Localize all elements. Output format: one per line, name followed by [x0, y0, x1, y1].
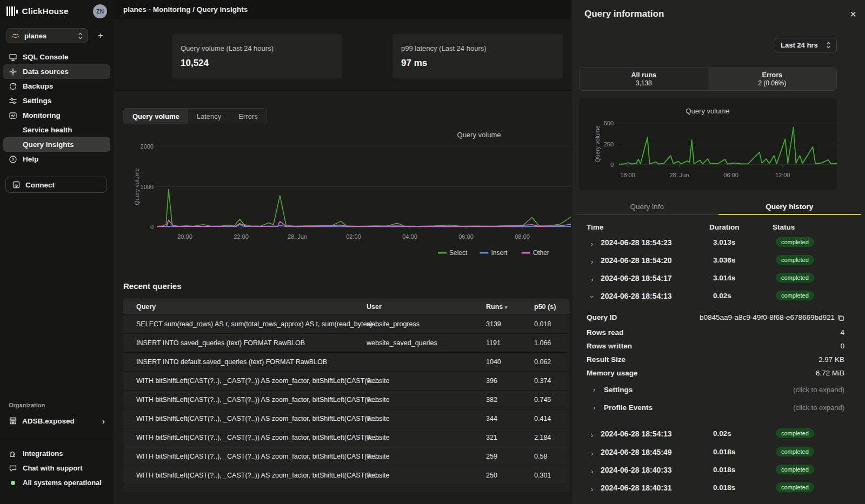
- duration-cell: 3.013s: [713, 238, 735, 246]
- close-icon[interactable]: ×: [850, 8, 856, 21]
- query-volume-chart[interactable]: Query volumeQuery volume20001000020:0022…: [114, 124, 571, 265]
- col-time: Time: [587, 223, 603, 231]
- detail-label: Rows read: [587, 328, 623, 337]
- detail-row: Result Size 2.97 KB: [571, 355, 844, 366]
- query-cell: WITH bitShiftLeft(CAST(?..), _CAST(?..))…: [136, 396, 380, 404]
- detail-value: 4: [840, 328, 844, 337]
- sidebar-item-monitoring[interactable]: Monitoring: [3, 108, 110, 123]
- expand-hint: (click to expand): [793, 404, 844, 412]
- history-row[interactable]: › 2024-06-28 18:54:23 3.013s completed: [571, 238, 865, 250]
- history-row[interactable]: › 2024-06-28 18:40:33 0.018s completed: [571, 466, 865, 478]
- sidebar-item-data-sources[interactable]: Data sources: [3, 64, 110, 79]
- detail-row: Memory usage 6.72 MiB: [571, 369, 844, 380]
- table-row-partial[interactable]: [123, 485, 569, 492]
- runs-cell: 3139: [486, 320, 501, 328]
- sidebar-item-query-insights[interactable]: Query insights: [3, 137, 110, 152]
- organization-item[interactable]: ADSB.exposed ›: [5, 413, 108, 428]
- table-row[interactable]: WITH bitShiftLeft(CAST(?..), _CAST(?..))…: [123, 447, 569, 466]
- chevron-right-icon[interactable]: ›: [591, 240, 593, 248]
- col-p50[interactable]: p50 (s): [534, 303, 556, 311]
- chevron-right-icon[interactable]: ›: [591, 449, 593, 458]
- duration-cell: 0.02s: [713, 292, 731, 300]
- detail-expander-profile-events[interactable]: › Profile Events (click to expand): [571, 404, 844, 414]
- y-tick-label: 0: [610, 162, 614, 168]
- toggle-errors[interactable]: Errors 2 (0.06%): [708, 68, 837, 90]
- history-row[interactable]: › 2024-06-28 18:45:49 0.018s completed: [571, 448, 865, 460]
- legend-item-other[interactable]: Other: [533, 249, 549, 257]
- x-tick-label: 20:00: [177, 233, 192, 240]
- table-row[interactable]: WITH bitShiftLeft(CAST(?..), _CAST(?..))…: [123, 409, 569, 428]
- mini-query-volume-chart[interactable]: Query volumeQuery volume500250018:0028. …: [579, 98, 837, 190]
- table-row[interactable]: SELECT sum(read_rows) AS r, sum(total_ro…: [123, 314, 569, 333]
- detail-value: 6.72 MiB: [816, 369, 844, 377]
- expand-hint: (click to expand): [793, 386, 844, 394]
- history-row[interactable]: › 2024-06-28 18:54:13 0.02s completed: [571, 429, 865, 441]
- sidebar-item-backups[interactable]: Backups: [3, 79, 110, 93]
- col-runs[interactable]: Runs ▾: [486, 303, 507, 311]
- sidebar-item-integrations[interactable]: Integrations: [3, 446, 110, 461]
- system-status-item[interactable]: All systems operational: [3, 475, 110, 490]
- p50-cell: 0.301: [534, 472, 551, 479]
- copy-icon[interactable]: [837, 314, 844, 321]
- sidebar-item-settings[interactable]: Settings: [3, 93, 110, 108]
- sidebar-item-chat-support[interactable]: Chat with support: [3, 461, 110, 475]
- chevron-right-icon: ›: [102, 416, 105, 426]
- table-row[interactable]: INSERT INTO default.saved_queries (text)…: [123, 352, 569, 371]
- col-query[interactable]: Query: [136, 303, 156, 311]
- toggle-all-runs[interactable]: All runs 3,138: [580, 68, 708, 90]
- stat-label: p99 latency (Last 24 hours): [401, 44, 487, 52]
- table-row[interactable]: WITH bitShiftLeft(CAST(?..), _CAST(?..))…: [123, 428, 569, 447]
- legend-item-insert[interactable]: Insert: [491, 249, 508, 257]
- detail-label: Query ID: [587, 313, 617, 321]
- building-icon: [9, 416, 17, 425]
- table-row[interactable]: INSERT INTO saved_queries (text) FORMAT …: [123, 333, 569, 352]
- chevron-down-icon[interactable]: ›: [588, 295, 596, 298]
- x-tick-label: 02:00: [346, 233, 361, 240]
- query-cell: WITH bitShiftLeft(CAST(?..), _CAST(?..))…: [136, 377, 380, 385]
- tab-query-info[interactable]: Query info: [576, 199, 718, 214]
- chevron-right-icon[interactable]: ›: [591, 258, 593, 266]
- time-cell: 2024-06-28 18:40:33: [601, 466, 672, 474]
- sidebar-item-service-health[interactable]: Service health: [3, 123, 110, 137]
- time-range-select[interactable]: Last 24 hrs: [775, 38, 837, 52]
- tab-query-volume[interactable]: Query volume: [124, 109, 188, 124]
- legend-item-select[interactable]: Select: [449, 249, 468, 257]
- status-badge: completed: [776, 255, 814, 265]
- history-row[interactable]: › 2024-06-28 18:40:31 0.018s completed: [571, 483, 865, 495]
- table-row[interactable]: WITH bitShiftLeft(CAST(?..), _CAST(?..))…: [123, 390, 569, 409]
- tab-query-history[interactable]: Query history: [718, 199, 861, 214]
- service-selector[interactable]: planes: [6, 28, 88, 43]
- query-id-value: b0845aa9-a8c9-49f0-8f68-e678669bd921: [700, 313, 835, 321]
- col-user[interactable]: User: [367, 303, 382, 311]
- detail-row: Rows read 4: [571, 328, 844, 339]
- history-row[interactable]: › 2024-06-28 18:54:17 3.014s completed: [571, 274, 865, 286]
- runs-cell: 344: [486, 415, 497, 422]
- connect-button[interactable]: Connect: [5, 177, 107, 193]
- p50-cell: 0.414: [534, 415, 551, 422]
- history-row-expanded[interactable]: › 2024-06-28 18:54:13 0.02s completed: [571, 292, 865, 304]
- detail-expander-settings[interactable]: › Settings (click to expand): [571, 386, 844, 397]
- sidebar-item-sql-console[interactable]: SQL Console: [3, 50, 110, 64]
- chevron-right-icon[interactable]: ›: [591, 485, 593, 493]
- chevron-right-icon[interactable]: ›: [591, 431, 593, 439]
- chat-support-label: Chat with support: [23, 464, 83, 472]
- x-tick-label: 08:00: [515, 233, 530, 240]
- tab-latency[interactable]: Latency: [188, 109, 230, 124]
- time-cell: 2024-06-28 18:54:20: [601, 256, 672, 265]
- add-service-button[interactable]: +: [95, 30, 106, 41]
- table-row[interactable]: WITH bitShiftLeft(CAST(?..), _CAST(?..))…: [123, 466, 569, 485]
- history-row[interactable]: › 2024-06-28 18:54:20 3.036s completed: [571, 256, 865, 268]
- tab-errors[interactable]: Errors: [230, 109, 266, 124]
- time-cell: 2024-06-28 18:54:23: [601, 238, 672, 247]
- main-area: planes - Monitoring / Query insights Que…: [114, 0, 571, 504]
- sidebar-item-help[interactable]: ? Help: [3, 152, 110, 166]
- user-avatar[interactable]: ZN: [93, 4, 107, 18]
- detail-label: Rows written: [587, 342, 632, 350]
- updown-chevron-icon: [826, 42, 831, 49]
- chevron-right-icon[interactable]: ›: [591, 275, 593, 284]
- duration-cell: 3.014s: [713, 274, 735, 282]
- p50-cell: 0.018: [534, 320, 551, 328]
- chevron-right-icon[interactable]: ›: [591, 467, 593, 475]
- stat-value: 10,524: [181, 58, 209, 69]
- table-row[interactable]: WITH bitShiftLeft(CAST(?..), _CAST(?..))…: [123, 371, 569, 390]
